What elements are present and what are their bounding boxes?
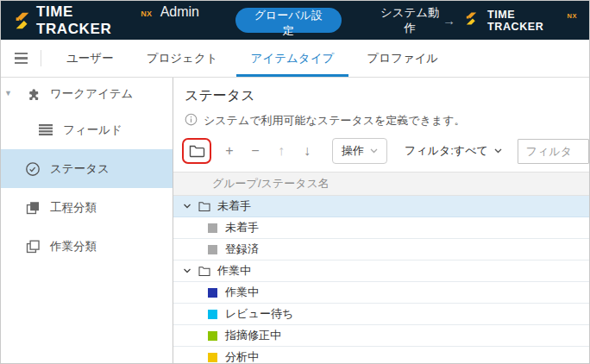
filter-scope-dropdown[interactable]: フィルタ:すべて: [405, 143, 502, 159]
table-header: グループ/ステータス名: [173, 172, 589, 196]
status-name: 分析中: [225, 349, 259, 363]
sidebar-item-work-items[interactable]: ▼ ワークアイテム: [1, 78, 173, 110]
brand-title: TIME TRACKER: [36, 3, 136, 38]
table-row-status[interactable]: 登録済: [173, 239, 589, 260]
app-window: TIME TRACKER NX Admin グローバル設定 システム動作 → T…: [0, 0, 590, 364]
group-name: 未着手: [217, 198, 251, 214]
status-color-swatch: [208, 353, 217, 362]
topbar: TIME TRACKER NX Admin グローバル設定 システム動作 → T…: [1, 1, 589, 40]
brand-left: TIME TRACKER NX Admin: [13, 3, 199, 38]
sidebar-item-process-categories[interactable]: 工程分類: [1, 188, 173, 227]
sidebar-item-label: ステータス: [50, 161, 110, 177]
status-name: 登録済: [225, 242, 259, 257]
arrow-right-icon: →: [442, 13, 455, 28]
sidebar-item-statuses[interactable]: ステータス: [1, 149, 173, 188]
chevron-down-icon: ▼: [4, 89, 12, 97]
timetracker-logo-icon: [13, 11, 32, 30]
table-row-status[interactable]: 分析中: [173, 347, 589, 363]
chevron-down-icon: [370, 148, 378, 154]
folder-icon: [198, 266, 210, 276]
status-color-swatch: [208, 223, 217, 233]
main-content: ステータス システムで利用可能なステータスを定義できます。: [173, 78, 589, 363]
table-row-status[interactable]: 指摘修正中: [173, 325, 589, 347]
info-icon: [185, 113, 198, 129]
sidebar-item-label: 工程分類: [50, 200, 97, 216]
check-circle-icon: [25, 161, 41, 177]
status-color-swatch: [208, 331, 217, 341]
status-name: 指摘修正中: [225, 328, 281, 343]
brand-admin: Admin: [160, 4, 199, 20]
table-row-group[interactable]: 作業中: [173, 260, 589, 282]
table-row-status[interactable]: 未着手: [173, 217, 589, 239]
sidebar-item-label: 作業分類: [50, 239, 97, 254]
page-description: システムで利用可能なステータスを定義できます。: [204, 113, 466, 129]
tab-users[interactable]: ユーザー: [50, 40, 130, 77]
divider: [41, 50, 41, 66]
page-title: ステータス: [185, 87, 589, 105]
remove-button[interactable]: −: [242, 139, 268, 163]
annotation-highlight: [182, 138, 211, 164]
brand-right: TIME TRACKER NX: [487, 9, 577, 33]
status-table: グループ/ステータス名 未着手 未着手 登: [173, 172, 589, 363]
status-color-swatch: [208, 245, 217, 254]
action-dropdown[interactable]: 操作: [332, 138, 387, 164]
filter-input[interactable]: [518, 139, 589, 164]
go-to-app-link[interactable]: → TIME TRACKER NX: [442, 9, 577, 33]
timetracker-logo-icon: [464, 11, 479, 29]
add-button[interactable]: +: [217, 139, 242, 163]
status-color-swatch: [208, 288, 217, 298]
sidebar: ▼ ワークアイテム フィールド: [1, 78, 173, 363]
status-color-swatch: [208, 310, 217, 319]
global-settings-button[interactable]: グローバル設定: [235, 8, 342, 33]
chevron-down-icon: [183, 267, 191, 274]
add-group-folder-button[interactable]: [185, 141, 208, 161]
list-icon: [38, 124, 53, 135]
toolbar: + − ↑ ↓ 操作 フィルタ:すべて: [182, 138, 589, 164]
tab-projects[interactable]: プロジェクト: [130, 40, 235, 77]
move-up-button[interactable]: ↑: [268, 139, 294, 163]
status-name: レビュー待ち: [225, 306, 293, 322]
sidebar-item-label: ワークアイテム: [50, 86, 133, 102]
table-row-status[interactable]: 作業中: [173, 282, 589, 304]
sidebar-item-fields[interactable]: フィールド: [1, 110, 173, 149]
puzzle-icon: [25, 87, 41, 102]
layers-outline-icon: [25, 239, 41, 254]
folder-icon: [198, 201, 210, 211]
layers-filled-icon: [25, 200, 41, 216]
status-name: 未着手: [225, 220, 259, 235]
table-row-status[interactable]: レビュー待ち: [173, 304, 589, 325]
navbar: ユーザー プロジェクト アイテムタイプ プロファイル: [1, 40, 589, 78]
chevron-down-icon: [183, 203, 191, 210]
sidebar-item-label: フィールド: [63, 122, 122, 138]
group-name: 作業中: [217, 263, 251, 279]
table-row-group[interactable]: 未着手: [173, 196, 589, 217]
sidebar-item-task-categories[interactable]: 作業分類: [1, 227, 173, 266]
chevron-down-icon: [494, 148, 502, 154]
move-down-button[interactable]: ↓: [294, 139, 320, 163]
tab-profiles[interactable]: プロファイル: [350, 40, 455, 77]
tab-item-types[interactable]: アイテムタイプ: [235, 40, 351, 77]
brand-nx: NX: [141, 9, 153, 18]
system-behavior-button[interactable]: システム動作: [378, 5, 442, 36]
nav-tabs: ユーザー プロジェクト アイテムタイプ プロファイル: [50, 40, 455, 77]
status-name: 作業中: [225, 285, 259, 300]
hamburger-menu-icon[interactable]: [1, 40, 41, 77]
